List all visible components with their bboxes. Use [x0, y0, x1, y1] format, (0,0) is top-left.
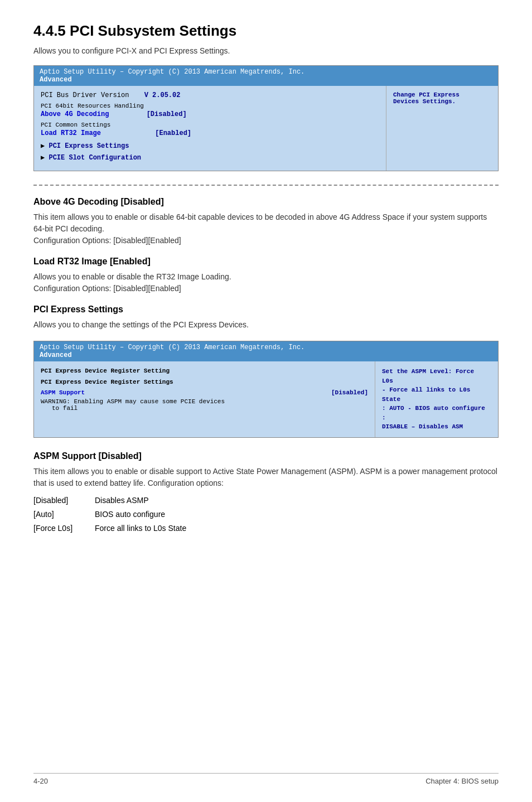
aspm-support-value: [Disabled]	[331, 389, 368, 396]
opt-key-forcel0s: [Force L0s]	[33, 523, 95, 534]
bios-header-1: Aptio Setup Utility – Copyright (C) 2013…	[34, 66, 498, 86]
bios-header-title-1: Aptio Setup Utility – Copyright (C) 2013…	[40, 68, 492, 76]
page-title: 4.4.5 PCI Subsystem Settings	[33, 22, 499, 40]
opt-row-forcel0s: [Force L0s] Force all links to L0s State	[33, 523, 499, 534]
pcie-slot-config-link[interactable]: PCIE Slot Configuration	[41, 153, 379, 162]
opt-val-forcel0s: Force all links to L0s State	[95, 523, 186, 534]
pci-64bit-label: PCI 64bit Resources Handling	[41, 103, 379, 109]
bios-pci64-row: PCI 64bit Resources Handling Above 4G De…	[41, 103, 379, 118]
load-rt32-label: Load RT32 Image	[41, 129, 101, 137]
pcie-slot-config-text: PCIE Slot Configuration	[49, 154, 141, 162]
bios-pci-common-row: PCI Common Settings Load RT32 Image [Ena…	[41, 122, 379, 137]
opt-val-disabled: Disables ASMP	[95, 495, 148, 506]
section2-heading: Load RT32 Image [Enabled]	[33, 257, 499, 267]
load-rt32-value: [Enabled]	[155, 129, 191, 137]
section1-body: This item allows you to enable or disabl…	[33, 211, 499, 247]
section1-heading: Above 4G Decoding [Disabled]	[33, 197, 499, 207]
pci-register-settings-row: PCI Express Device Register Settings	[41, 378, 368, 386]
bios-pci-bus-row: PCI Bus Driver Version V 2.05.02	[41, 91, 379, 99]
opt-row-auto: [Auto] BIOS auto configure	[33, 509, 499, 520]
opt-row-disabled: [Disabled] Disables ASMP	[33, 495, 499, 506]
section2-body1: Allows you to enable or disable the RT32…	[33, 271, 499, 283]
bios-box-1: Aptio Setup Utility – Copyright (C) 2013…	[33, 65, 499, 171]
opt-key-disabled: [Disabled]	[33, 495, 95, 506]
opt-val-auto: BIOS auto configure	[95, 509, 165, 520]
warning-line2: to fail	[52, 405, 78, 412]
section4-body: This item allows you to enable or disabl…	[33, 466, 499, 534]
bios-header-title-2: Aptio Setup Utility – Copyright (C) 2013…	[40, 344, 492, 351]
section2-body2: Configuration Options: [Disabled][Enable…	[33, 283, 499, 294]
footer-right: Chapter 4: BIOS setup	[425, 777, 499, 785]
above-4g-label: Above 4G Decoding	[41, 110, 109, 118]
right-line2: L0s	[382, 376, 491, 386]
pci-bus-value: V 2.05.02	[144, 91, 181, 99]
pci-bus-label: PCI Bus Driver Version	[41, 91, 129, 99]
bios-left-2: PCI Express Device Register Setting PCI …	[34, 361, 375, 437]
bios-body-1: PCI Bus Driver Version V 2.05.02 PCI 64b…	[34, 86, 498, 171]
footer-left: 4-20	[33, 777, 48, 785]
section2-body: Allows you to enable or disable the RT32…	[33, 271, 499, 294]
right-line3: - Force all links to L0s	[382, 385, 491, 395]
bios-left-1: PCI Bus Driver Version V 2.05.02 PCI 64b…	[34, 86, 386, 171]
bios-box-2: Aptio Setup Utility – Copyright (C) 2013…	[33, 341, 499, 438]
aspm-support-row: ASPM Support [Disabled]	[41, 389, 368, 396]
bios-body-2: PCI Express Device Register Setting PCI …	[34, 361, 498, 437]
section1-body1: This item allows you to enable or disabl…	[33, 211, 499, 235]
section3-body: Allows you to change the settings of the…	[33, 319, 499, 331]
pci-register-setting-label: PCI Express Device Register Setting	[41, 368, 170, 374]
section3-heading: PCI Express Settings	[33, 305, 499, 315]
bios-header-2: Aptio Setup Utility – Copyright (C) 2013…	[34, 341, 498, 361]
bios-header-sub-2: Advanced	[40, 351, 72, 359]
right-line6: :	[382, 413, 491, 423]
bios-header-sub-1: Advanced	[40, 76, 72, 84]
bios-right-2: Set the ASPM Level: Force L0s - Force al…	[375, 361, 498, 437]
pci-register-setting-row: PCI Express Device Register Setting	[41, 367, 368, 375]
bios-right-text-1: Change PCI Express Devices Settings.	[393, 91, 460, 105]
right-line4: State	[382, 395, 491, 404]
pci-common-label: PCI Common Settings	[41, 122, 379, 128]
pci-express-settings-text: PCI Express Settings	[49, 142, 129, 150]
section4-body1: This item allows you to enable or disabl…	[33, 466, 499, 489]
bios-right-1: Change PCI Express Devices Settings.	[386, 86, 498, 171]
warning-line1: WARNING: Enabling ASPM may cause some PC…	[41, 398, 225, 405]
section1-body2: Configuration Options: [Disabled][Enable…	[33, 235, 499, 247]
section3-body1: Allows you to change the settings of the…	[33, 319, 499, 331]
intro-text: Allows you to configure PCI-X and PCI Ex…	[33, 46, 499, 55]
right-line1: Set the ASPM Level: Force	[382, 367, 491, 376]
right-line7: DISABLE – Disables ASM	[382, 422, 491, 432]
divider-1	[33, 185, 499, 186]
pci-express-settings-link[interactable]: PCI Express Settings	[41, 142, 379, 150]
aspm-warning: WARNING: Enabling ASPM may cause some PC…	[41, 398, 368, 412]
pci-register-settings-label: PCI Express Device Register Settings	[41, 379, 173, 385]
page-footer: 4-20 Chapter 4: BIOS setup	[33, 773, 499, 785]
section4-heading: ASPM Support [Disabled]	[33, 451, 499, 461]
right-line5: : AUTO - BIOS auto configure	[382, 404, 491, 413]
options-table: [Disabled] Disables ASMP [Auto] BIOS aut…	[33, 495, 499, 534]
opt-key-auto: [Auto]	[33, 509, 95, 520]
above-4g-value: [Disabled]	[147, 110, 187, 118]
aspm-support-label: ASPM Support	[41, 389, 85, 396]
